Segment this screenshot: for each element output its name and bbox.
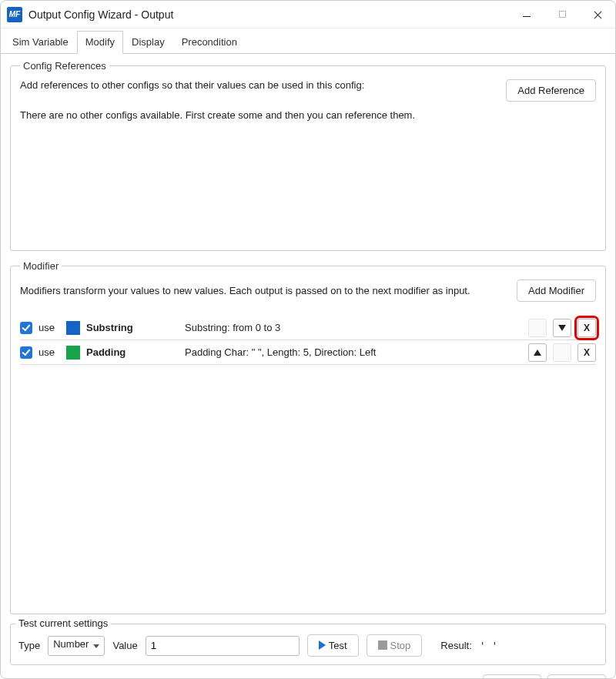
close-icon bbox=[594, 11, 601, 18]
test-settings-group: Test current settings Type Number Value … bbox=[10, 624, 606, 665]
tab-modify[interactable]: Modify bbox=[77, 31, 123, 54]
value-input[interactable] bbox=[146, 636, 300, 656]
add-reference-button[interactable]: Add Reference bbox=[506, 79, 596, 102]
play-icon bbox=[319, 641, 326, 650]
tab-display[interactable]: Display bbox=[123, 31, 173, 54]
tabbar: Sim Variable Modify Display Precondition bbox=[1, 30, 615, 54]
minimize-icon bbox=[523, 16, 531, 17]
window-title: Output Config Wizard - Output bbox=[28, 8, 509, 21]
config-references-intro: Add references to other configs so that … bbox=[20, 79, 415, 91]
stop-button[interactable]: Stop bbox=[367, 634, 423, 657]
stop-icon bbox=[378, 641, 387, 650]
modifier-group: Modifier Modifiers transform your values… bbox=[10, 260, 606, 614]
test-button[interactable]: Test bbox=[307, 634, 359, 657]
modifier-row: use Substring Substring: from 0 to 3 X bbox=[20, 316, 596, 340]
modifier-description: Padding Char: " ", Length: 5, Direction:… bbox=[185, 346, 522, 358]
move-up-button[interactable] bbox=[528, 343, 547, 362]
cancel-button[interactable]: Cancel bbox=[547, 674, 606, 679]
x-icon: X bbox=[584, 347, 590, 358]
app-logo: MF bbox=[7, 7, 22, 22]
move-down-button[interactable] bbox=[553, 343, 571, 362]
result-value: ' ' bbox=[480, 640, 497, 651]
modifier-name: Padding bbox=[86, 346, 179, 358]
move-down-button[interactable] bbox=[553, 319, 571, 337]
color-swatch bbox=[66, 346, 80, 360]
use-checkbox[interactable] bbox=[20, 322, 32, 334]
minimize-button[interactable] bbox=[509, 1, 544, 28]
config-references-group: Config References Add references to othe… bbox=[10, 60, 606, 251]
move-up-button[interactable] bbox=[528, 319, 547, 337]
x-icon: X bbox=[584, 323, 590, 333]
modifier-rows: use Substring Substring: from 0 to 3 X u… bbox=[20, 316, 596, 365]
titlebar: MF Output Config Wizard - Output bbox=[1, 1, 615, 28]
modifier-description: Substring: from 0 to 3 bbox=[185, 322, 522, 333]
test-button-label: Test bbox=[329, 640, 347, 651]
add-modifier-button[interactable]: Add Modifier bbox=[517, 279, 596, 302]
result-label: Result: bbox=[440, 640, 471, 651]
use-label: use bbox=[38, 346, 60, 358]
tab-precondition[interactable]: Precondition bbox=[173, 31, 246, 54]
modifier-row: use Padding Padding Char: " ", Length: 5… bbox=[20, 340, 596, 365]
test-settings-legend: Test current settings bbox=[15, 617, 111, 629]
dialog-footer: OK Cancel bbox=[1, 671, 615, 679]
modifier-intro: Modifiers transform your values to new v… bbox=[20, 285, 470, 296]
value-label: Value bbox=[112, 640, 137, 651]
chevron-down-icon bbox=[558, 325, 566, 331]
modifier-name: Substring bbox=[86, 322, 179, 333]
use-checkbox[interactable] bbox=[20, 346, 32, 359]
close-button[interactable] bbox=[580, 1, 615, 28]
tab-sim-variable[interactable]: Sim Variable bbox=[4, 31, 77, 54]
type-label: Type bbox=[18, 640, 40, 651]
type-select[interactable]: Number bbox=[48, 636, 105, 656]
maximize-button[interactable] bbox=[544, 1, 580, 28]
use-label: use bbox=[38, 322, 60, 333]
modifier-legend: Modifier bbox=[20, 260, 62, 272]
color-swatch bbox=[66, 321, 80, 335]
maximize-icon bbox=[559, 11, 566, 18]
stop-button-label: Stop bbox=[390, 640, 411, 651]
config-references-legend: Config References bbox=[20, 60, 109, 72]
chevron-up-icon bbox=[534, 350, 541, 356]
delete-modifier-button[interactable]: X bbox=[578, 319, 596, 337]
delete-modifier-button[interactable]: X bbox=[578, 343, 596, 362]
config-references-empty: There are no other configs available. Fi… bbox=[20, 109, 415, 121]
ok-button[interactable]: OK bbox=[483, 674, 541, 679]
